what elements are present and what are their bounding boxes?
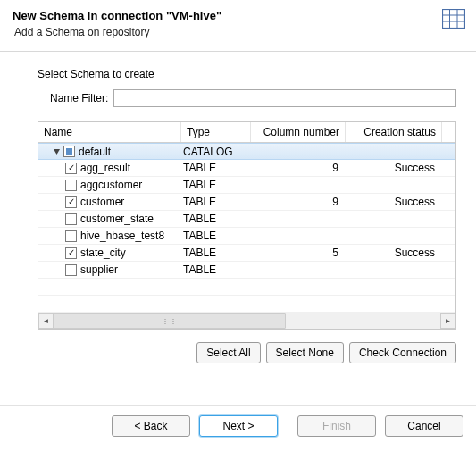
row-checkbox[interactable] — [65, 230, 77, 242]
table-row-empty — [38, 296, 455, 313]
back-button[interactable]: < Back — [112, 415, 190, 437]
horizontal-scrollbar[interactable]: ◄ ⋮⋮ ► — [38, 313, 455, 329]
row-creation-status: Success — [346, 196, 442, 208]
expand-toggle-icon[interactable] — [51, 146, 62, 157]
row-checkbox[interactable] — [65, 163, 77, 174]
row-name: supplier — [80, 263, 118, 276]
row-column-number: 9 — [251, 196, 346, 208]
row-name: aggcustomer — [80, 179, 142, 191]
table-row[interactable]: aggcustomerTABLE — [38, 177, 455, 194]
row-type: TABLE — [181, 162, 251, 174]
row-name: hive_hbase_test8 — [80, 230, 164, 242]
scroll-left-arrow[interactable]: ◄ — [38, 313, 54, 329]
row-checkbox[interactable] — [65, 180, 77, 191]
table-row[interactable]: customerTABLE9Success — [38, 194, 455, 211]
next-button[interactable]: Next > — [199, 415, 278, 437]
row-type: TABLE — [181, 213, 251, 225]
cancel-button[interactable]: Cancel — [385, 415, 463, 437]
row-name: state_city — [80, 246, 126, 259]
section-label: Select Schema to create — [38, 68, 456, 80]
table-row[interactable]: hive_hbase_test8TABLE — [38, 228, 455, 245]
row-name: customer_state — [80, 213, 154, 225]
row-checkbox[interactable] — [65, 196, 77, 208]
schema-table: Name Type Column number Creation status … — [38, 121, 456, 330]
name-filter-label: Name Filter: — [50, 92, 108, 104]
select-none-button[interactable]: Select None — [266, 342, 344, 363]
row-checkbox[interactable] — [63, 146, 75, 157]
dialog-subtitle: Add a Schema on repository — [14, 26, 463, 38]
row-column-number: 9 — [251, 162, 346, 174]
row-checkbox[interactable] — [65, 264, 77, 276]
name-filter-input[interactable] — [113, 89, 456, 107]
row-type: TABLE — [181, 196, 251, 208]
row-column-number: 5 — [251, 246, 346, 259]
row-name: default — [79, 146, 111, 158]
row-type: CATALOG — [181, 146, 251, 158]
row-name: customer — [80, 196, 124, 208]
select-all-button[interactable]: Select All — [196, 342, 260, 363]
column-header-type[interactable]: Type — [181, 122, 251, 142]
column-header-column-number[interactable]: Column number — [251, 122, 346, 142]
row-creation-status: Success — [346, 246, 442, 259]
row-type: TABLE — [181, 246, 251, 259]
row-type: TABLE — [181, 230, 251, 242]
scroll-right-arrow[interactable]: ► — [440, 313, 455, 329]
row-name: agg_result — [80, 162, 130, 174]
column-header-creation-status[interactable]: Creation status — [346, 122, 442, 142]
row-type: TABLE — [181, 179, 251, 191]
table-header: Name Type Column number Creation status — [38, 122, 455, 143]
table-row[interactable]: agg_resultTABLE9Success — [38, 160, 455, 177]
finish-button: Finish — [297, 415, 376, 437]
row-type: TABLE — [181, 263, 251, 276]
table-row[interactable]: state_cityTABLE5Success — [38, 245, 455, 262]
table-row[interactable]: defaultCATALOG — [38, 143, 455, 160]
row-creation-status: Success — [346, 162, 442, 174]
schema-icon — [442, 9, 465, 31]
table-row-empty — [38, 279, 455, 296]
dialog-title: New Schema in connection "VM-hive" — [13, 9, 463, 22]
column-header-spacer — [442, 122, 455, 142]
svg-rect-0 — [443, 10, 465, 29]
check-connection-button[interactable]: Check Connection — [349, 342, 456, 363]
row-checkbox[interactable] — [65, 213, 77, 225]
row-checkbox[interactable] — [65, 247, 77, 259]
column-header-name[interactable]: Name — [38, 122, 181, 142]
table-row[interactable]: customer_stateTABLE — [38, 211, 455, 228]
table-row[interactable]: supplierTABLE — [38, 262, 455, 279]
